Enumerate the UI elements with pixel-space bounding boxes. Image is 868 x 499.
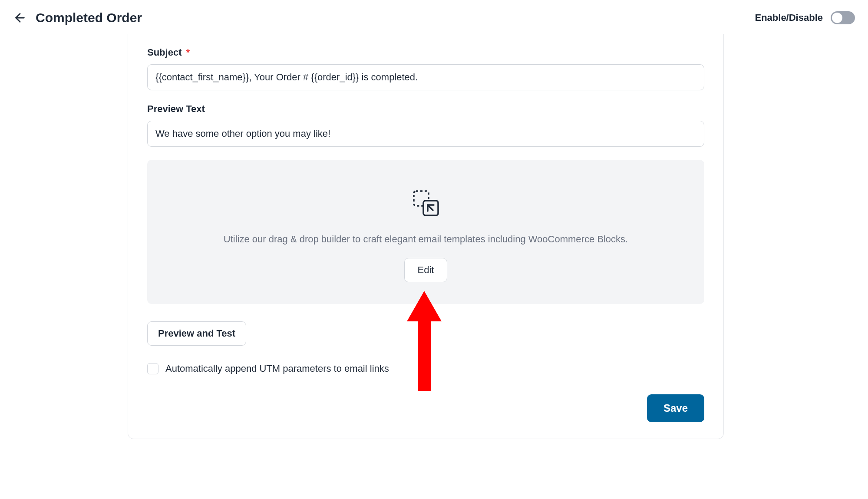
required-star-icon: * <box>186 47 190 58</box>
preview-text-group: Preview Text <box>147 103 704 147</box>
header-left: Completed Order <box>13 10 142 25</box>
utm-checkbox-label: Automatically append UTM parameters to e… <box>165 363 389 374</box>
utm-checkbox-row: Automatically append UTM parameters to e… <box>147 363 704 374</box>
builder-description: Utilize our drag & drop builder to craft… <box>165 234 687 245</box>
preview-text-label: Preview Text <box>147 103 704 115</box>
page-header: Completed Order Enable/Disable <box>0 0 868 36</box>
header-right: Enable/Disable <box>755 11 855 24</box>
preview-and-test-button[interactable]: Preview and Test <box>147 321 246 346</box>
toggle-knob <box>832 13 842 23</box>
page-title: Completed Order <box>36 10 142 25</box>
subject-input[interactable] <box>147 64 704 90</box>
drag-drop-builder-icon <box>410 188 442 221</box>
save-row: Save <box>147 394 704 422</box>
subject-label: Subject * <box>147 47 704 58</box>
save-button[interactable]: Save <box>647 394 704 422</box>
utm-checkbox[interactable] <box>147 363 158 374</box>
subject-label-text: Subject <box>147 47 182 58</box>
builder-box: Utilize our drag & drop builder to craft… <box>147 160 704 304</box>
back-arrow-icon[interactable] <box>13 11 27 25</box>
toggle-label: Enable/Disable <box>755 12 823 23</box>
content-panel: Subject * Preview Text Utilize our drag … <box>128 34 724 439</box>
edit-button[interactable]: Edit <box>404 258 448 282</box>
subject-group: Subject * <box>147 47 704 90</box>
preview-text-input[interactable] <box>147 121 704 147</box>
enable-disable-toggle[interactable] <box>831 11 855 24</box>
